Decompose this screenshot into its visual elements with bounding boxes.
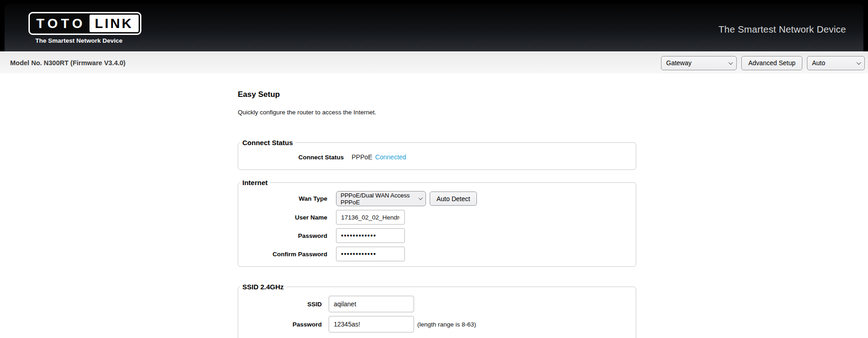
user-name-row: User Name	[238, 210, 636, 225]
wan-type-select-value: PPPoE/Dual WAN Access PPPoE	[341, 192, 419, 206]
ssid-password-note: (length range is 8-63)	[417, 321, 476, 328]
logo-text-link: LINK	[90, 15, 139, 32]
confirm-password-label: Confirm Password	[238, 251, 327, 258]
connect-status-value-status: Connected	[375, 153, 406, 161]
confirm-password-input[interactable]	[336, 247, 405, 261]
page-subtitle: Quickly configure the router to access t…	[238, 109, 868, 116]
wan-type-select[interactable]: PPPoE/Dual WAN Access PPPoE	[336, 191, 426, 206]
chevron-down-icon	[419, 196, 423, 200]
model-label: Model No. N300RT (Firmware V3.4.0)	[10, 59, 125, 67]
mode-select[interactable]: Gateway	[661, 56, 737, 70]
ssid-password-label: Password	[238, 321, 322, 328]
password-label: Password	[238, 232, 327, 239]
connect-status-row: Connect Status PPPoE Connected	[238, 153, 636, 161]
auto-select-value: Auto	[812, 59, 825, 67]
internet-legend: Internet	[240, 179, 270, 186]
header-tagline: The Smartest Network Device	[718, 24, 846, 35]
toolbar: Model No. N300RT (Firmware V3.4.0) Gatew…	[0, 51, 868, 73]
mode-select-value: Gateway	[666, 59, 691, 67]
ssid-legend: SSID 2.4GHz	[240, 283, 286, 291]
connect-status-value: PPPoE Connected	[352, 153, 406, 161]
logo-tagline: The Smartest Network Device	[35, 37, 141, 44]
toolbar-controls: Gateway Advanced Setup Auto	[661, 52, 865, 73]
wan-type-label: Wan Type	[238, 195, 327, 202]
ssid-input[interactable]	[329, 296, 414, 312]
totolink-logo-box: TOTO LINK	[28, 12, 141, 35]
auto-select[interactable]: Auto	[807, 56, 865, 70]
ssid-password-row: Password (length range is 8-63)	[238, 316, 636, 332]
main-content: Easy Setup Quickly configure the router …	[0, 73, 868, 338]
chevron-down-icon	[857, 60, 861, 65]
auto-detect-label: Auto Detect	[437, 195, 470, 203]
connect-status-fieldset: Connect Status Connect Status PPPoE Conn…	[238, 139, 636, 170]
header-panel: TOTO LINK The Smartest Network Device Th…	[5, 4, 863, 51]
page-title: Easy Setup	[238, 90, 868, 99]
wan-type-row: Wan Type PPPoE/Dual WAN Access PPPoE Aut…	[238, 191, 636, 206]
user-name-input[interactable]	[336, 210, 405, 225]
confirm-password-row: Confirm Password	[238, 247, 636, 261]
connect-status-label: Connect Status	[238, 154, 344, 161]
ssid-password-input[interactable]	[329, 316, 414, 332]
password-input[interactable]	[336, 228, 405, 243]
password-row: Password	[238, 228, 636, 243]
ssid-label: SSID	[238, 301, 322, 308]
header: TOTO LINK The Smartest Network Device Th…	[0, 0, 868, 51]
advanced-setup-label: Advanced Setup	[748, 59, 795, 67]
user-name-label: User Name	[238, 214, 327, 221]
auto-detect-button[interactable]: Auto Detect	[430, 192, 477, 206]
chevron-down-icon	[728, 60, 733, 65]
ssid-row: SSID	[238, 296, 636, 312]
advanced-setup-button[interactable]: Advanced Setup	[741, 56, 802, 70]
ssid-fieldset: SSID 2.4GHz SSID Password (length range …	[238, 283, 636, 338]
internet-fieldset: Internet Wan Type PPPoE/Dual WAN Access …	[238, 179, 636, 267]
connect-status-value-prefix: PPPoE	[352, 153, 372, 161]
connect-status-legend: Connect Status	[240, 139, 295, 146]
logo-text-toto: TOTO	[36, 17, 90, 30]
totolink-logo: TOTO LINK The Smartest Network Device	[28, 12, 141, 44]
router-admin-page: TOTO LINK The Smartest Network Device Th…	[0, 0, 868, 338]
